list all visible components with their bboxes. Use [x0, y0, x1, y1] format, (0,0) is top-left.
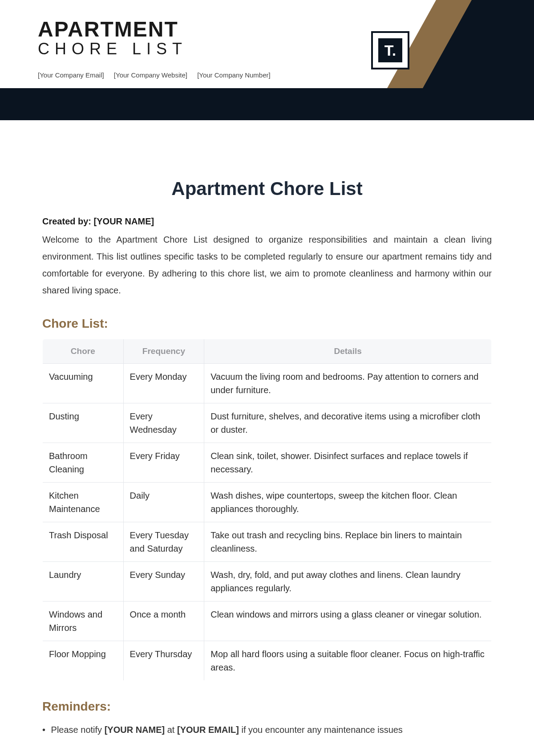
cell-frequency: Every Tuesday and Saturday [123, 522, 204, 562]
reminder-item: Please notify [YOUR NAME] at [YOUR EMAIL… [51, 725, 403, 735]
logo-text: T. [378, 38, 402, 62]
cell-chore: Windows and Mirrors [43, 602, 124, 641]
reminder-prefix: Please notify [51, 725, 105, 735]
cell-frequency: Every Sunday [123, 562, 204, 602]
cell-details: Clean sink, toilet, shower. Disinfect su… [204, 443, 492, 483]
cell-chore: Kitchen Maintenance [43, 483, 124, 522]
document-content: Apartment Chore List Created by: [YOUR N… [0, 120, 534, 738]
reminder-email: [YOUR EMAIL] [177, 725, 239, 735]
reminder-mid: at [165, 725, 177, 735]
cell-details: Wash dishes, wipe countertops, sweep the… [204, 483, 492, 522]
cell-frequency: Once a month [123, 602, 204, 641]
reminder-suffix: if you encounter any maintenance issues [239, 725, 403, 735]
company-email: [Your Company Email] [38, 71, 104, 79]
chore-table: Chore Frequency Details VacuumingEvery M… [42, 339, 492, 681]
table-row: Kitchen MaintenanceDailyWash dishes, wip… [43, 483, 492, 522]
logo-box: T. [371, 31, 409, 69]
cell-frequency: Every Thursday [123, 641, 204, 681]
cell-details: Take out trash and recycling bins. Repla… [204, 522, 492, 562]
page-title: Apartment Chore List [42, 178, 492, 199]
cell-chore: Floor Mopping [43, 641, 124, 681]
bullet-icon: • [42, 722, 49, 738]
table-row: Floor MoppingEvery ThursdayMop all hard … [43, 641, 492, 681]
header-title-line2: CHORE LIST [38, 40, 187, 58]
company-number: [Your Company Number] [197, 71, 271, 79]
intro-paragraph: Welcome to the Apartment Chore List desi… [42, 231, 492, 299]
chore-list-heading: Chore List: [42, 317, 492, 331]
cell-chore: Trash Disposal [43, 522, 124, 562]
col-header-chore: Chore [43, 339, 124, 364]
created-by-label: Created by: [42, 216, 94, 226]
header-dark-band [0, 88, 534, 120]
document-header: APARTMENT CHORE LIST [Your Company Email… [0, 0, 534, 120]
cell-chore: Dusting [43, 403, 124, 443]
table-row: Trash DisposalEvery Tuesday and Saturday… [43, 522, 492, 562]
cell-details: Dust furniture, shelves, and decorative … [204, 403, 492, 443]
cell-chore: Laundry [43, 562, 124, 602]
reminders-list: • Please notify [YOUR NAME] at [YOUR EMA… [42, 722, 492, 738]
created-by-value: [YOUR NAME] [94, 216, 154, 226]
company-website: [Your Company Website] [114, 71, 187, 79]
cell-chore: Vacuuming [43, 364, 124, 403]
cell-frequency: Daily [123, 483, 204, 522]
cell-chore: Bathroom Cleaning [43, 443, 124, 483]
header-title-block: APARTMENT CHORE LIST [38, 17, 187, 58]
table-row: Bathroom CleaningEvery FridayClean sink,… [43, 443, 492, 483]
table-row: LaundryEvery SundayWash, dry, fold, and … [43, 562, 492, 602]
header-title-line1: APARTMENT [38, 17, 187, 41]
col-header-frequency: Frequency [123, 339, 204, 364]
table-row: Windows and MirrorsOnce a monthClean win… [43, 602, 492, 641]
table-header-row: Chore Frequency Details [43, 339, 492, 364]
reminder-name: [YOUR NAME] [105, 725, 165, 735]
cell-frequency: Every Monday [123, 364, 204, 403]
table-row: VacuumingEvery MondayVacuum the living r… [43, 364, 492, 403]
cell-details: Mop all hard floors using a suitable flo… [204, 641, 492, 681]
contact-info-row: [Your Company Email] [Your Company Websi… [38, 71, 279, 79]
created-by-line: Created by: [YOUR NAME] [42, 216, 492, 227]
cell-details: Wash, dry, fold, and put away clothes an… [204, 562, 492, 602]
col-header-details: Details [204, 339, 492, 364]
cell-frequency: Every Friday [123, 443, 204, 483]
cell-frequency: Every Wednesday [123, 403, 204, 443]
table-row: DustingEvery WednesdayDust furniture, sh… [43, 403, 492, 443]
cell-details: Clean windows and mirrors using a glass … [204, 602, 492, 641]
cell-details: Vacuum the living room and bedrooms. Pay… [204, 364, 492, 403]
reminders-heading: Reminders: [42, 699, 492, 714]
